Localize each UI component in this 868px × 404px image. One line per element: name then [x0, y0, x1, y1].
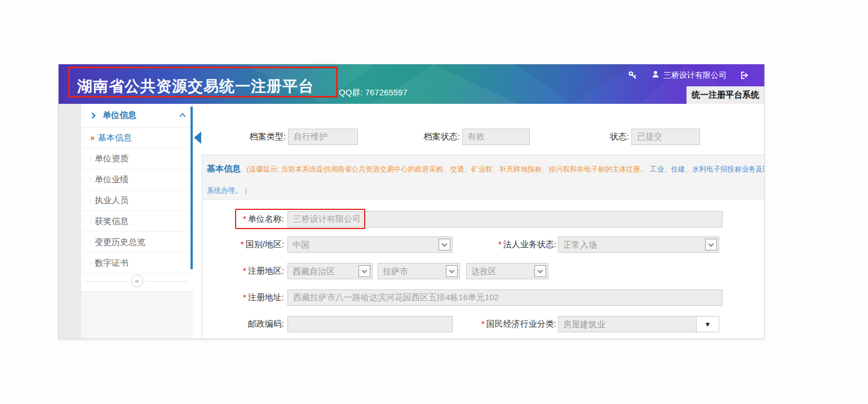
sidebar-item-basic-info[interactable]: » 基本信息 [81, 128, 193, 148]
select-arrow-icon [534, 265, 546, 277]
item-tick [90, 156, 91, 161]
main-content: 档案类型: 自行维护 档案状态: 有效 状态: 已提交 [193, 104, 764, 339]
district-select[interactable]: 达孜区 [466, 263, 548, 279]
item-tick [90, 240, 91, 245]
country-select[interactable]: 中国 [287, 236, 453, 253]
user-icon [651, 70, 660, 81]
reg-area-label: *注册地区: [202, 266, 284, 276]
archive-status-label: 档案状态: [414, 131, 460, 142]
header-pattern [515, 64, 634, 104]
sidebar-item-label: 变更历史总览 [95, 237, 145, 248]
sidebar-item-label: 执业人员 [95, 195, 129, 206]
sidebar-item-label: 获奖信息 [95, 216, 129, 227]
field-archive-type: 档案类型: 自行维护 [241, 129, 358, 145]
field-archive-status: 档案状态: 有效 [414, 129, 530, 145]
unit-name-label: *单位名称: [202, 214, 284, 225]
sidebar-item-label: 数字证书 [95, 258, 129, 269]
status-label: 状态: [587, 131, 629, 142]
app-window: 湖南省公共资源交易统一注册平台 QQ群: 767265597 三桥设计有限公司 [58, 64, 765, 339]
divider [145, 281, 189, 282]
sidebar-accent-bar [191, 107, 193, 269]
city-select[interactable]: 拉萨市 [378, 263, 460, 279]
reg-address-label: *注册地址: [202, 292, 284, 303]
logout-icon[interactable] [740, 71, 750, 80]
active-pointer-icon [194, 131, 201, 144]
sidebar-group-unit-info[interactable]: 单位信息 [81, 104, 193, 128]
key-icon[interactable] [628, 71, 637, 80]
sidebar-item-unit-qualification[interactable]: 单位资质 [81, 148, 193, 169]
notice-text: (温馨提示: 当前本系统提供湖南省公共资源交易中心的政府采购、交通、矿业权、补充… [246, 165, 647, 173]
unit-name-input [287, 211, 723, 227]
page-title: 湖南省公共资源交易统一注册平台 [77, 76, 314, 96]
chevron-right-icon [89, 112, 95, 118]
legal-status-label: *法人业务状态: [439, 239, 556, 250]
sidebar-group-label: 单位信息 [103, 110, 136, 121]
qq-group-label: QQ群: 767265597 [339, 87, 408, 98]
dropdown-arrow-icon: ▼ [705, 321, 711, 328]
chevron-up-icon[interactable] [179, 113, 185, 119]
postal-code-input [287, 316, 453, 332]
section-title: 基本信息 [207, 164, 241, 173]
archive-type-label: 档案类型: [241, 131, 286, 142]
sidebar-item-label: 单位业绩 [95, 174, 129, 185]
status-input: 已提交 [631, 129, 700, 145]
section-header: 基本信息 (温馨提示: 当前本系统提供湖南省公共资源交易中心的政府采购、交通、矿… [202, 155, 765, 200]
select-arrow-icon [446, 265, 458, 277]
country-label: *国别/地区: [202, 239, 284, 250]
province-select[interactable]: 西藏自治区 [287, 263, 373, 279]
industry-dropdown[interactable]: 房屋建筑业 ▼ [558, 316, 719, 332]
postal-code-label: 邮政编码: [202, 319, 284, 330]
sidebar-item-label: 单位资质 [95, 153, 129, 164]
active-marker-icon: » [90, 133, 95, 142]
sidebar-item-unit-performance[interactable]: 单位业绩 [81, 169, 193, 190]
divider [85, 281, 129, 282]
notice-text: ) [245, 187, 247, 195]
item-tick [90, 198, 91, 203]
left-gutter [59, 104, 81, 339]
sidebar-item-awards[interactable]: 获奖信息 [81, 211, 193, 232]
user-name: 三桥设计有限公司 [663, 71, 727, 81]
field-status: 状态: 已提交 [587, 129, 700, 145]
item-tick [90, 219, 91, 224]
header-actions: 三桥设计有限公司 [628, 64, 764, 86]
archive-status-input: 有效 [462, 129, 530, 145]
tab-unified-registration-system[interactable]: 统一注册平台系统 [687, 86, 764, 104]
app-header: 湖南省公共资源交易统一注册平台 QQ群: 767265597 三桥设计有限公司 [59, 64, 764, 104]
legal-status-select[interactable]: 正常入场 [558, 236, 719, 253]
select-arrow-icon [358, 265, 370, 277]
collapse-icon: « [131, 275, 143, 287]
notice-text: 工业、住建、水利电子招投标业务及医药相关业务，请到对应的交易 [650, 165, 765, 173]
sidebar-filler [81, 291, 193, 339]
sidebar-item-change-history[interactable]: 变更历史总览 [81, 232, 193, 253]
item-tick [90, 261, 91, 266]
sidebar-item-digital-certificate[interactable]: 数字证书 [81, 253, 193, 274]
select-arrow-icon [705, 239, 717, 251]
sidebar-collapse-button[interactable]: « [81, 274, 193, 288]
sidebar-item-practitioners[interactable]: 执业人员 [81, 190, 193, 211]
archive-type-input: 自行维护 [288, 129, 358, 145]
item-tick [90, 177, 91, 182]
industry-label: *国民经济行业分类: [439, 319, 556, 330]
page: 湖南省公共资源交易统一注册平台 QQ群: 767265597 三桥设计有限公司 [0, 0, 868, 404]
basic-info-section: 基本信息 (温馨提示: 当前本系统提供湖南省公共资源交易中心的政府采购、交通、矿… [202, 155, 765, 339]
dropdown-arrow-box: ▼ [696, 317, 719, 332]
sidebar: 单位信息 » 基本信息 单位资质 单位业绩 [81, 104, 193, 339]
user-account[interactable]: 三桥设计有限公司 [651, 70, 727, 81]
sidebar-item-label: 基本信息 [98, 133, 132, 143]
notice-text: 系统办理。 [207, 187, 242, 195]
reg-address-input [287, 289, 723, 306]
